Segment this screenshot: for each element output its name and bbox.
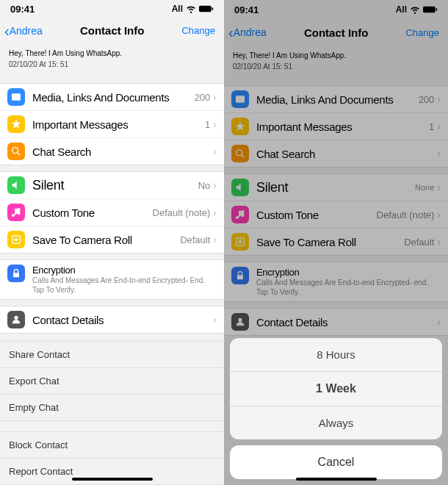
option-always[interactable]: Always bbox=[230, 406, 442, 439]
encryption-text: Encryption Calls And Messages Are End-to… bbox=[256, 267, 441, 297]
nav-bar: ‹ Andrea Contact Info Change bbox=[224, 18, 448, 47]
media-value: 200 bbox=[195, 92, 211, 103]
chevron-right-icon: › bbox=[213, 179, 217, 191]
change-button[interactable]: Change bbox=[405, 27, 444, 38]
chevron-left-icon: ‹ bbox=[228, 25, 234, 40]
details-label: Contact Details bbox=[256, 316, 437, 328]
chevron-right-icon: › bbox=[437, 121, 441, 132]
important-row[interactable]: Important Messages 1 › bbox=[0, 111, 224, 138]
block-contact[interactable]: Block Contact bbox=[0, 431, 224, 459]
share-contact[interactable]: Share Contact bbox=[0, 341, 224, 368]
status-text: Hey, There! I Am Using WhatsApp. bbox=[9, 49, 215, 57]
lock-icon bbox=[231, 267, 249, 284]
option-8-hours[interactable]: 8 Hours bbox=[230, 338, 442, 372]
home-indicator[interactable] bbox=[72, 478, 153, 481]
chevron-right-icon: › bbox=[437, 93, 441, 105]
change-button[interactable]: Change bbox=[181, 25, 220, 36]
option-1-week[interactable]: 1 Week bbox=[230, 372, 442, 406]
chevron-right-icon: › bbox=[213, 234, 217, 245]
chevron-right-icon: › bbox=[213, 118, 217, 130]
wifi-icon bbox=[410, 4, 420, 15]
photo-icon bbox=[231, 90, 249, 108]
empty-chat[interactable]: Empty Chat bbox=[0, 395, 224, 421]
silent-label: Silent bbox=[32, 178, 198, 193]
export-chat[interactable]: Export Chat bbox=[0, 368, 224, 395]
encryption-sub: Calls And Messages Are End-to-end Encryp… bbox=[32, 276, 217, 295]
important-value: 1 bbox=[429, 121, 434, 132]
section-media: Media, Links And Documents 200 › Importa… bbox=[224, 85, 448, 168]
back-label: Andrea bbox=[10, 25, 43, 37]
silent-label: Silent bbox=[256, 180, 415, 195]
chevron-right-icon: › bbox=[437, 209, 441, 220]
search-icon bbox=[231, 145, 249, 162]
search-label: Chat Search bbox=[256, 148, 437, 160]
actions-1: Share Contact Export Chat Empty Chat bbox=[0, 341, 224, 421]
media-label: Media, Links And Documents bbox=[32, 91, 195, 104]
search-row[interactable]: Chat Search › bbox=[224, 140, 448, 167]
tone-value: Default (note) bbox=[377, 209, 435, 220]
silent-row[interactable]: Silent No › bbox=[0, 172, 224, 199]
tone-label: Custom Tone bbox=[32, 206, 153, 219]
svg-rect-10 bbox=[236, 96, 245, 102]
page-title: Contact Info bbox=[304, 26, 369, 39]
media-row[interactable]: Media, Links And Documents 200 › bbox=[224, 86, 448, 113]
carrier-text: All bbox=[396, 4, 407, 15]
svg-line-12 bbox=[242, 155, 244, 157]
save-value: Default bbox=[180, 234, 210, 245]
section-details: Contact Details › bbox=[224, 308, 448, 336]
chevron-right-icon: › bbox=[213, 206, 217, 218]
back-button[interactable]: ‹ Andrea bbox=[4, 24, 43, 38]
right-screen: 09:41 All ‹ Andrea Contact Info Change H… bbox=[224, 0, 448, 485]
tone-row[interactable]: Custom Tone Default (note) › bbox=[0, 199, 224, 226]
battery-icon bbox=[199, 3, 214, 15]
important-row[interactable]: Important Messages 1 › bbox=[224, 113, 448, 140]
back-label: Andrea bbox=[234, 26, 267, 38]
save-row[interactable]: Save To Camera Roll Default › bbox=[0, 226, 224, 253]
save-icon bbox=[231, 233, 249, 251]
status-date: 02/10/20 At 15: 51 bbox=[233, 62, 439, 71]
status-message: Hey, There! I Am Using WhatsApp. 02/10/2… bbox=[224, 47, 448, 79]
wifi-icon bbox=[186, 3, 196, 15]
encryption-row[interactable]: Encryption Calls And Messages Are End-to… bbox=[224, 262, 448, 301]
music-icon bbox=[231, 206, 249, 223]
status-message: Hey, There! I Am Using WhatsApp. 02/10/2… bbox=[0, 45, 224, 77]
chevron-right-icon: › bbox=[437, 316, 441, 328]
chevron-left-icon: ‹ bbox=[4, 24, 10, 38]
status-bar: 09:41 All bbox=[0, 0, 224, 17]
status-time: 09:41 bbox=[10, 4, 35, 15]
back-button[interactable]: ‹ Andrea bbox=[228, 25, 267, 40]
home-indicator[interactable] bbox=[296, 478, 377, 481]
details-row[interactable]: Contact Details › bbox=[224, 309, 448, 335]
page-title: Contact Info bbox=[80, 24, 145, 37]
status-text: Hey, There! I Am Using WhatsApp. bbox=[233, 51, 439, 60]
details-row[interactable]: Contact Details › bbox=[0, 306, 224, 333]
chevron-right-icon: › bbox=[437, 148, 441, 159]
encryption-sub: Calls And Messages Are End-to-end Encryp… bbox=[256, 278, 441, 297]
section-details: Contact Details › bbox=[0, 306, 224, 334]
svg-point-7 bbox=[14, 316, 18, 320]
search-label: Chat Search bbox=[32, 146, 213, 158]
section-media: Media, Links And Documents 200 › Importa… bbox=[0, 83, 224, 165]
status-indicators: All bbox=[172, 3, 214, 15]
important-label: Important Messages bbox=[32, 118, 205, 131]
media-label: Media, Links And Documents bbox=[256, 93, 419, 106]
silent-row[interactable]: Silent None › bbox=[224, 174, 448, 201]
svg-rect-6 bbox=[13, 273, 19, 277]
chevron-right-icon: › bbox=[213, 146, 217, 157]
carrier-text: All bbox=[172, 4, 183, 14]
encryption-row[interactable]: Encryption Calls And Messages Are End-to… bbox=[0, 260, 224, 299]
save-label: Save To Camera Roll bbox=[256, 236, 404, 248]
tone-row[interactable]: Custom Tone Default (note) › bbox=[224, 201, 448, 229]
svg-rect-1 bbox=[212, 8, 214, 10]
nav-bar: ‹ Andrea Contact Info Change bbox=[0, 17, 224, 45]
status-time: 09:41 bbox=[234, 4, 259, 15]
encryption-text: Encryption Calls And Messages Are End-to… bbox=[32, 265, 217, 295]
save-row[interactable]: Save To Camera Roll Default › bbox=[224, 229, 448, 255]
media-row[interactable]: Media, Links And Documents 200 › bbox=[0, 84, 224, 111]
report-contact[interactable]: Report Contact bbox=[0, 459, 224, 485]
cancel-button[interactable]: Cancel bbox=[230, 445, 442, 479]
left-screen: 09:41 All ‹ Andrea Contact Info Change H… bbox=[0, 0, 224, 485]
music-icon bbox=[7, 204, 25, 221]
search-row[interactable]: Chat Search › bbox=[0, 138, 224, 165]
encryption-label: Encryption bbox=[256, 267, 441, 278]
